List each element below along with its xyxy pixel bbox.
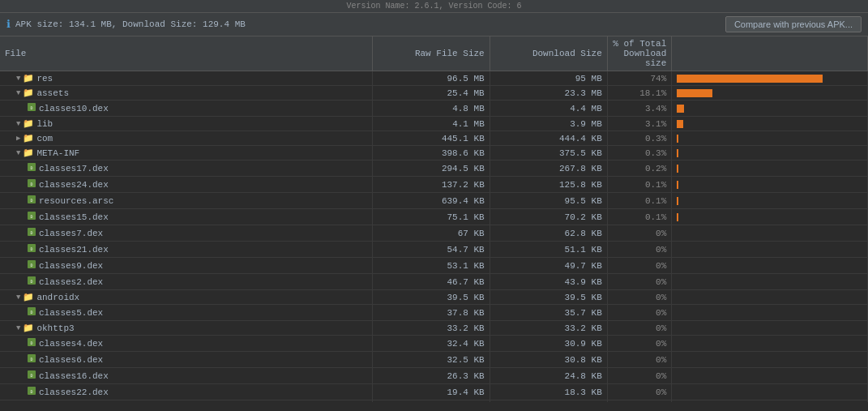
download-size: 24.8 KB — [490, 368, 607, 384]
raw-size: 398.6 KB — [372, 146, 490, 161]
file-cell: Dresources.arsc — [0, 193, 372, 209]
file-cell: Dclasses17.dex — [0, 161, 372, 177]
bar-container — [677, 197, 862, 205]
bar-container — [677, 165, 862, 173]
pct-label: 0% — [607, 336, 672, 352]
table-row: Dresources.arsc639.4 KB95.5 KB0.1% — [0, 193, 868, 209]
svg-text:D: D — [30, 310, 32, 315]
file-cell: Dclasses21.dex — [0, 242, 372, 258]
file-cell: ▼📁res — [0, 71, 372, 86]
expand-icon[interactable]: ▼ — [16, 120, 20, 128]
file-cell: Dclasses7.dex — [0, 225, 372, 242]
expand-icon[interactable]: ▼ — [16, 324, 20, 332]
table-row: Dclasses22.dex19.4 KB18.3 KB0% — [0, 384, 868, 400]
file-name: classes24.dex — [39, 180, 109, 190]
svg-text:D: D — [30, 198, 32, 203]
dex-icon: D — [27, 386, 36, 398]
table-row: ▼📁okhttp333.2 KB33.2 KB0% — [0, 321, 868, 336]
table-row: Dclasses17.dex294.5 KB267.8 KB0.2% — [0, 161, 868, 177]
compare-button[interactable]: Compare with previous APK... — [725, 16, 862, 32]
download-size: 444.4 KB — [490, 131, 607, 146]
svg-text:D: D — [30, 279, 32, 284]
pct-label: 3.1% — [607, 117, 672, 131]
download-size: 95 MB — [490, 71, 607, 86]
dex-icon: D — [27, 337, 36, 349]
raw-size: 445.1 KB — [372, 131, 490, 146]
expand-icon[interactable]: ▼ — [16, 293, 20, 302]
file-cell: Dclasses9.dex — [0, 258, 372, 274]
bar-cell — [672, 274, 868, 290]
download-size: 30.8 KB — [490, 352, 607, 368]
expand-icon[interactable]: ▼ — [16, 75, 20, 83]
expand-icon[interactable]: ▶ — [16, 134, 20, 143]
folder-icon: 📁 — [23, 148, 34, 158]
folder-icon: 📁 — [23, 292, 34, 302]
file-name: classes17.dex — [39, 164, 109, 173]
bar-fill — [677, 105, 683, 113]
bar-cell — [672, 146, 868, 161]
table-row: ▶📁com445.1 KB444.4 KB0.3% — [0, 131, 868, 146]
raw-size: 137.2 KB — [372, 177, 490, 193]
pct-label: 0.3% — [607, 131, 672, 146]
pct-label: 0% — [607, 242, 672, 258]
file-cell: Dclasses22.dex — [0, 384, 372, 400]
file-cell: ▼📁okhttp3 — [0, 321, 372, 336]
file-cell: Dclasses4.dex — [0, 336, 372, 352]
download-size: 51.1 KB — [490, 242, 607, 258]
raw-size: 33.2 KB — [372, 321, 490, 336]
bar-fill — [677, 149, 678, 157]
bar-cell — [672, 225, 868, 242]
file-name: classes7.dex — [39, 229, 103, 238]
bar-cell — [672, 352, 868, 368]
bar-cell — [672, 305, 868, 321]
folder-icon: 📁 — [23, 73, 34, 83]
bar-cell — [672, 290, 868, 305]
pct-label: 0% — [607, 305, 672, 321]
file-cell: Dclasses2.dex — [0, 274, 372, 290]
bar-cell — [672, 193, 868, 209]
table-row: Dclasses9.dex53.1 KB49.7 KB0% — [0, 258, 868, 274]
svg-text:D: D — [30, 165, 32, 170]
file-table: File Raw File Size Download Size % of To… — [0, 36, 868, 402]
expand-icon[interactable]: ▼ — [16, 149, 20, 157]
table-row: Dclasses24.dex137.2 KB125.8 KB0.1% — [0, 177, 868, 193]
bar-cell — [672, 384, 868, 400]
dex-icon: D — [27, 353, 36, 366]
download-size: 3.9 MB — [490, 117, 607, 131]
dex-icon: D — [27, 102, 36, 114]
file-name: classes2.dex — [39, 277, 103, 287]
col-header-pct: % of Total Download size — [607, 36, 672, 71]
file-name: classes16.dex — [39, 371, 109, 381]
file-name: classes15.dex — [39, 212, 109, 222]
pct-label: 0% — [607, 258, 672, 274]
pct-label: 0% — [607, 321, 672, 336]
bar-container — [677, 181, 862, 189]
raw-size: 75.1 KB — [372, 209, 490, 225]
folder-icon: 📁 — [23, 118, 34, 129]
bar-container — [677, 75, 862, 83]
file-cell: ▼📁META-INF — [0, 146, 372, 161]
download-size: 30.9 KB — [490, 336, 607, 352]
download-size: 18.3 KB — [490, 384, 607, 400]
file-name: classes10.dex — [39, 104, 109, 113]
file-cell: Dclasses10.dex — [0, 101, 372, 117]
download-size: 14.7 KB — [490, 400, 607, 403]
raw-size: 37.8 KB — [372, 305, 490, 321]
expand-icon[interactable]: ▼ — [16, 89, 20, 97]
file-table-container: File Raw File Size Download Size % of To… — [0, 36, 868, 402]
download-size: 35.7 KB — [490, 305, 607, 321]
table-row: Dclasses21.dex54.7 KB51.1 KB0% — [0, 242, 868, 258]
bar-cell — [672, 86, 868, 101]
folder-icon: 📁 — [23, 88, 34, 98]
file-cell: ▼📁assets — [0, 86, 372, 101]
table-row: Dclasses10.dex4.8 MB4.4 MB3.4% — [0, 101, 868, 117]
table-row: Dclasses5.dex37.8 KB35.7 KB0% — [0, 305, 868, 321]
dex-icon: D — [27, 243, 36, 255]
raw-size: 15.5 KB — [372, 400, 490, 403]
bar-container — [677, 149, 862, 157]
bar-container — [677, 89, 862, 97]
file-cell: ▼📁lib — [0, 117, 372, 131]
download-size: 39.5 KB — [490, 290, 607, 305]
table-row: Dclasses6.dex32.5 KB30.8 KB0% — [0, 352, 868, 368]
bar-cell — [672, 117, 868, 131]
